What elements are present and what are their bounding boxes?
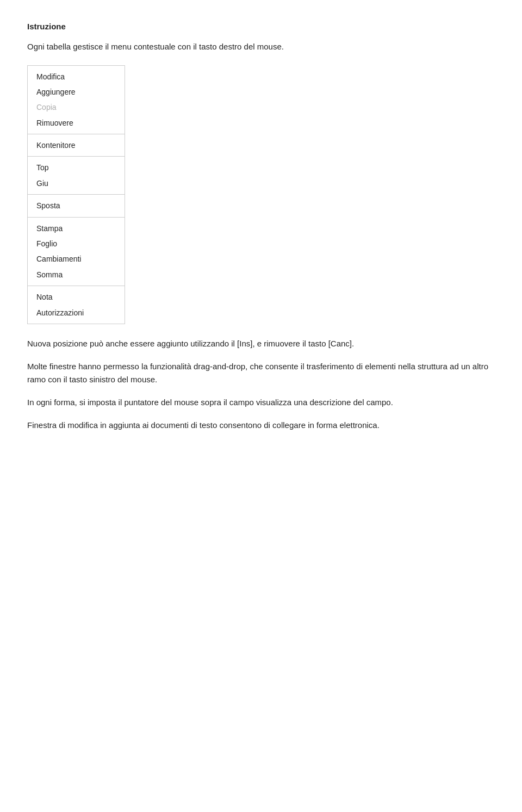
menu-group-5: NotaAutorizzazioni	[28, 286, 125, 324]
menu-item-sposta[interactable]: Sposta	[28, 198, 125, 213]
menu-item-giu[interactable]: Giu	[28, 176, 125, 191]
menu-item-rimuovere[interactable]: Rimuovere	[28, 115, 125, 131]
menu-group-2: TopGiu	[28, 157, 125, 195]
menu-item-stampa[interactable]: Stampa	[28, 221, 125, 236]
menu-item-top[interactable]: Top	[28, 160, 125, 175]
intro-paragraph: Ogni tabella gestisce il menu contestual…	[27, 41, 495, 53]
page-title: Istruzione	[27, 22, 495, 31]
menu-item-copia[interactable]: Copia	[28, 100, 125, 115]
menu-item-aggiungere[interactable]: Aggiungere	[28, 84, 125, 100]
context-menu-preview: ModificaAggiungereCopiaRimuovereKontenit…	[27, 65, 125, 324]
menu-item-foglio[interactable]: Foglio	[28, 236, 125, 251]
menu-group-0: ModificaAggiungereCopiaRimuovere	[28, 66, 125, 135]
body-paragraph-3: Finestra di modifica in aggiunta ai docu…	[27, 419, 495, 432]
menu-group-3: Sposta	[28, 195, 125, 217]
body-paragraph-0: Nuova posizione può anche essere aggiunt…	[27, 337, 495, 350]
body-paragraph-2: In ogni forma, si imposta il puntatore d…	[27, 396, 495, 409]
menu-item-somma[interactable]: Somma	[28, 267, 125, 282]
menu-group-1: Kontenitore	[28, 134, 125, 157]
menu-item-kontenitore[interactable]: Kontenitore	[28, 138, 125, 153]
menu-item-nota[interactable]: Nota	[28, 289, 125, 305]
menu-item-modifica[interactable]: Modifica	[28, 69, 125, 84]
body-paragraph-1: Molte finestre hanno permesso la funzion…	[27, 360, 495, 386]
menu-group-4: StampaFoglioCambiamentiSomma	[28, 218, 125, 287]
menu-item-autorizzazioni[interactable]: Autorizzazioni	[28, 305, 125, 320]
menu-item-cambiamenti[interactable]: Cambiamenti	[28, 251, 125, 266]
